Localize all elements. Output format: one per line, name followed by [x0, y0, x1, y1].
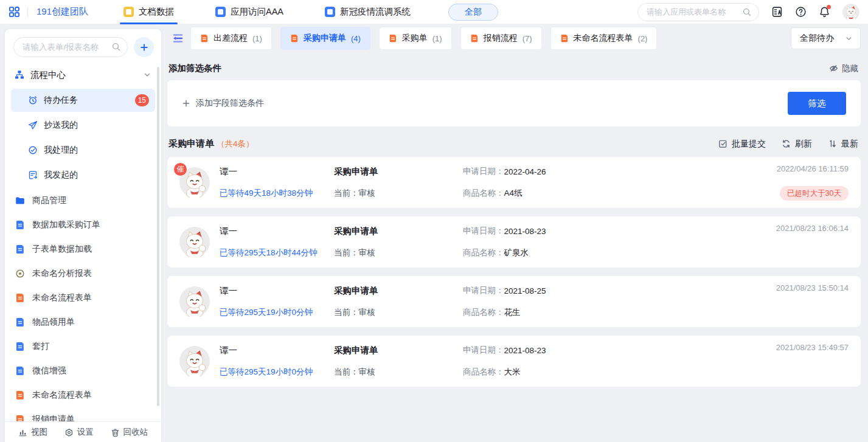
product-value: 大米 — [504, 367, 521, 378]
sidebar-item-form[interactable]: 微信增强 — [5, 359, 161, 383]
add-field-label: 添加字段筛选条件 — [196, 98, 264, 109]
views-button[interactable]: 视图 — [18, 427, 47, 438]
filter-list-icon[interactable] — [171, 32, 184, 45]
date-value: 2021-08-25 — [504, 286, 546, 295]
global-search — [637, 3, 759, 21]
sidebar-item-cc-to-me[interactable]: 抄送我的 — [11, 114, 155, 137]
sidebar-item-label: 我处理的 — [44, 145, 78, 156]
sidebar-scrollbar[interactable] — [157, 67, 159, 406]
sidebar-item-form[interactable]: 数据加载采购订单 — [5, 213, 161, 237]
document-icon — [290, 34, 299, 43]
team-name-link[interactable]: 191创建团队 — [36, 6, 88, 18]
date-label: 申请日期： — [463, 166, 504, 177]
sidebar-item-label: 套打 — [32, 341, 49, 352]
app-grid-icon[interactable] — [9, 6, 20, 18]
add-field-filter-button[interactable]: 添加字段筛选条件 — [182, 98, 264, 109]
scope-select[interactable]: 全部待办 — [791, 27, 861, 49]
sidebar-item-form[interactable]: 物品领用单 — [5, 310, 161, 334]
footer-label: 视图 — [31, 427, 47, 438]
tab-app-access[interactable]: 应用访问AAA — [215, 0, 283, 24]
date-value: 2021-08-23 — [504, 227, 546, 236]
tab-covid-system[interactable]: 新冠疫情流调系统 — [325, 0, 411, 24]
document-icon — [389, 34, 397, 43]
blue-app-icon — [215, 7, 226, 17]
current-step: 当前：审核 — [334, 247, 463, 258]
blue-app-icon — [325, 7, 335, 17]
chip-purchase-request[interactable]: 采购申请单 (4) — [280, 27, 370, 50]
form-search-input[interactable] — [13, 37, 128, 57]
sort-newest-button[interactable]: 最新 — [828, 139, 858, 150]
form-title: 采购申请单 — [334, 226, 463, 237]
section-label: 流程中心 — [30, 69, 66, 81]
chevron-down-icon — [143, 71, 151, 79]
sidebar-item-report[interactable]: 未命名分析报表 — [5, 261, 161, 286]
task-card[interactable]: 谭一 已等待295天19小时0分钟 采购申请单 当前：审核 申请日期：2021-… — [167, 336, 861, 387]
list-header: 采购申请单 （共4条） 批量提交 刷新 — [168, 138, 858, 150]
global-search-input[interactable] — [637, 3, 759, 21]
avatar — [179, 346, 210, 376]
date-label: 申请日期： — [463, 226, 504, 237]
all-apps-pill[interactable]: 全部 — [448, 4, 498, 21]
sidebar-section-process-center[interactable]: 流程中心 — [5, 63, 161, 87]
footer-label: 设置 — [77, 427, 94, 438]
gauge-icon — [15, 269, 25, 278]
help-icon[interactable] — [795, 6, 807, 18]
task-card[interactable]: 催 谭一 已等待49天18小时38分钟 采购申请单 当前：审核 申请日期：202… — [167, 157, 861, 208]
refresh-button[interactable]: 刷新 — [782, 139, 812, 150]
initiator-name: 谭一 — [220, 226, 334, 237]
sidebar-item-form[interactable]: 未命名流程表单 — [5, 286, 161, 310]
sidebar-item-form[interactable]: 未命名流程表单 — [5, 383, 161, 407]
document-icon — [560, 34, 569, 43]
filter-submit-button[interactable]: 筛选 — [788, 92, 846, 115]
timestamp: 2022/04/26 16:11:59 — [777, 164, 849, 173]
chevron-down-icon — [845, 35, 853, 43]
timestamp: 2021/08/23 15:49:57 — [776, 343, 849, 352]
date-label: 申请日期： — [463, 285, 504, 296]
sidebar-item-todo-tasks[interactable]: 待办任务 15 — [11, 89, 155, 112]
chip-reimbursement-flow[interactable]: 报销流程 (7) — [460, 27, 542, 50]
chip-count: (1) — [432, 34, 442, 43]
sidebar-item-label: 待办任务 — [44, 95, 78, 106]
sidebar-item-label: 子表单数据加载 — [32, 244, 92, 255]
sidebar-footer: 视图 设置 回收站 — [5, 421, 161, 442]
product-label: 商品名称： — [463, 188, 504, 199]
recycle-bin-button[interactable]: 回收站 — [111, 427, 148, 438]
send-icon — [28, 120, 38, 130]
batch-submit-button[interactable]: 批量提交 — [718, 139, 766, 150]
waiting-time: 已等待295天18小时44分钟 — [220, 247, 334, 258]
chip-unnamed-flow-form[interactable]: 未命名流程表单 (2) — [550, 27, 658, 50]
sidebar-item-label: 数据加载采购订单 — [32, 219, 100, 230]
overdue-badge: 已超时大于30天 — [780, 186, 849, 201]
settings-button[interactable]: 设置 — [64, 427, 94, 438]
document-icon — [15, 342, 25, 351]
org-chart-icon — [15, 70, 24, 80]
sidebar-item-handled-by-me[interactable]: 我处理的 — [11, 139, 155, 162]
sidebar-item-label: 商品管理 — [32, 195, 66, 206]
document-icon — [470, 34, 479, 43]
chip-business-trip[interactable]: 出差流程 (1) — [190, 27, 272, 50]
add-button[interactable] — [134, 37, 154, 57]
sidebar-item-initiated-by-me[interactable]: 我发起的 — [11, 164, 155, 187]
chip-purchase-order[interactable]: 采购单 (1) — [379, 27, 452, 50]
chip-label: 采购单 — [402, 33, 428, 44]
user-avatar[interactable] — [842, 4, 859, 21]
check-circle-icon — [28, 145, 38, 155]
avatar — [179, 227, 210, 257]
sidebar-item-label: 未命名分析报表 — [32, 268, 92, 279]
tab-doc-data[interactable]: 文档数据 — [123, 0, 174, 24]
hide-filters-button[interactable]: 隐藏 — [829, 63, 858, 74]
waiting-time: 已等待49天18小时38分钟 — [220, 188, 334, 199]
task-card[interactable]: 谭一 已等待295天18小时44分钟 采购申请单 当前：审核 申请日期：2021… — [167, 216, 861, 268]
sidebar-item-form[interactable]: 套打 — [5, 334, 161, 359]
footer-label: 回收站 — [123, 427, 148, 438]
contacts-icon[interactable] — [771, 6, 783, 18]
date-label: 申请日期： — [463, 345, 504, 356]
notification-bell-icon[interactable] — [819, 6, 830, 18]
task-card[interactable]: 谭一 已等待295天19小时0分钟 采购申请单 当前：审核 申请日期：2021-… — [167, 276, 861, 327]
sidebar-item-goods-management[interactable]: 商品管理 — [5, 188, 161, 213]
yellow-app-icon — [123, 7, 134, 17]
timestamp: 2021/08/23 16:06:14 — [776, 224, 849, 233]
sidebar-item-form[interactable]: 子表单数据加载 — [5, 237, 161, 261]
urge-badge: 催 — [174, 163, 187, 176]
sidebar-item-label: 微信增强 — [32, 365, 66, 376]
